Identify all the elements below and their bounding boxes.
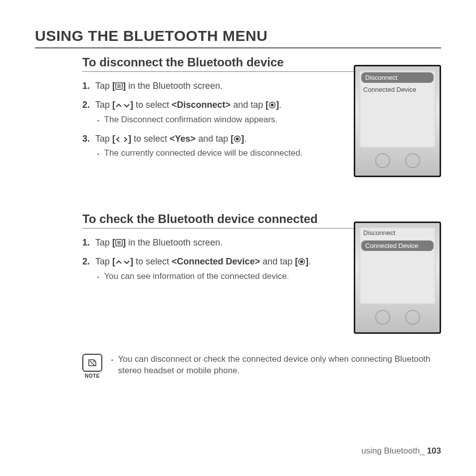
control-circle-icon xyxy=(405,153,420,168)
up-down-icon xyxy=(115,102,130,109)
text: and tap xyxy=(260,256,295,266)
device-screen: Disconnect Connected Device xyxy=(359,227,436,304)
device-mock-2: Disconnect Connected Device xyxy=(354,222,441,334)
device-mock-1: Disconnect Connected Device xyxy=(354,65,441,177)
text: . xyxy=(279,100,281,110)
text: . xyxy=(244,134,246,144)
svg-point-5 xyxy=(271,104,274,107)
target-icon xyxy=(298,258,305,265)
step-3: 3. Tap [] to select <Yes> and tap []. Th… xyxy=(82,133,344,159)
text: to select xyxy=(131,134,170,144)
target-icon xyxy=(234,135,241,143)
device-controls xyxy=(359,307,436,327)
menu-item-connected-device: Connected Device xyxy=(359,84,436,95)
note-label: NOTE xyxy=(85,373,100,379)
text: to select xyxy=(133,100,172,110)
step-body: Tap [] to select <Connected Device> and … xyxy=(95,255,344,282)
text: . xyxy=(308,256,311,266)
target-icon xyxy=(268,101,276,109)
up-down-icon xyxy=(115,259,130,265)
step-1: 1. Tap [] in the Bluetooth screen. xyxy=(82,237,344,248)
page-title: USING THE BLUETOOTH MENU xyxy=(35,27,441,48)
step-body: Tap [] to select <Disconnect> and tap []… xyxy=(95,99,344,125)
text: in the Bluetooth screen. xyxy=(126,238,223,247)
svg-point-7 xyxy=(236,137,239,140)
section-disconnect: To disconnect the Bluetooth device 1. Ta… xyxy=(82,55,441,177)
step-2: 2. Tap [] to select <Disconnect> and tap… xyxy=(82,99,344,125)
menu-item-disconnect: Disconnect xyxy=(361,72,434,83)
text: and tap xyxy=(231,100,265,110)
device-controls xyxy=(359,151,436,171)
sub-bullet: The Disconnect confirmation window appea… xyxy=(95,114,344,126)
step-1: 1. Tap [] in the Bluetooth screen. xyxy=(82,80,344,92)
note-icon: NOTE xyxy=(82,354,102,379)
bold-term: <Connected Device> xyxy=(172,256,260,266)
step-2: 2. Tap [] to select <Connected Device> a… xyxy=(82,255,344,282)
page-footer: using Bluetooth_ 103 xyxy=(361,446,441,456)
control-circle-icon xyxy=(405,310,420,325)
svg-point-13 xyxy=(300,260,303,263)
steps-list: 1. Tap [] in the Bluetooth screen. 2. Ta… xyxy=(82,237,344,289)
text: The Disconnect confirmation window appea… xyxy=(104,114,278,126)
step-number: 2. xyxy=(82,99,95,125)
text: Tap xyxy=(95,81,112,91)
left-right-icon xyxy=(115,136,128,143)
section-check-connected: To check the Bluetooth device connected … xyxy=(82,212,441,334)
text: and tap xyxy=(196,134,231,144)
control-circle-icon xyxy=(375,153,390,168)
step-number: 1. xyxy=(82,237,95,248)
page-number: 103 xyxy=(427,446,441,456)
menu-icon xyxy=(115,239,123,246)
note-block: NOTE You can disconnect or check the con… xyxy=(82,354,441,379)
sub-bullet: You can see information of the connected… xyxy=(95,271,344,282)
text: to select xyxy=(133,256,172,266)
bold-term: <Disconnect> xyxy=(172,100,231,110)
step-number: 1. xyxy=(82,80,95,92)
text: The currently connected device will be d… xyxy=(104,148,303,159)
text: in the Bluetooth screen. xyxy=(126,81,223,91)
step-number: 3. xyxy=(82,133,95,159)
step-number: 2. xyxy=(82,255,95,282)
menu-item-disconnect: Disconnect xyxy=(359,227,436,238)
step-body: Tap [] in the Bluetooth screen. xyxy=(95,237,344,248)
step-body: Tap [] in the Bluetooth screen. xyxy=(95,80,344,92)
menu-icon xyxy=(115,82,123,90)
device-screen: Disconnect Connected Device xyxy=(359,70,436,148)
sub-bullet: The currently connected device will be d… xyxy=(95,148,344,159)
step-body: Tap [] to select <Yes> and tap []. The c… xyxy=(95,133,344,159)
text: You can disconnect or check the connecte… xyxy=(118,354,441,377)
manual-page: USING THE BLUETOOTH MENU To disconnect t… xyxy=(0,0,476,476)
footer-text: using Bluetooth_ xyxy=(361,446,427,456)
text: Tap xyxy=(95,100,112,110)
text: Tap xyxy=(95,238,112,247)
note-text: You can disconnect or check the connecte… xyxy=(109,354,441,377)
text: Tap xyxy=(95,134,112,144)
text: Tap xyxy=(95,256,112,266)
menu-item-connected-device: Connected Device xyxy=(361,240,434,251)
bold-term: <Yes> xyxy=(170,134,196,144)
steps-list: 1. Tap [] in the Bluetooth screen. 2. Ta… xyxy=(82,80,344,166)
text: You can see information of the connected… xyxy=(104,271,289,282)
control-circle-icon xyxy=(375,310,390,325)
